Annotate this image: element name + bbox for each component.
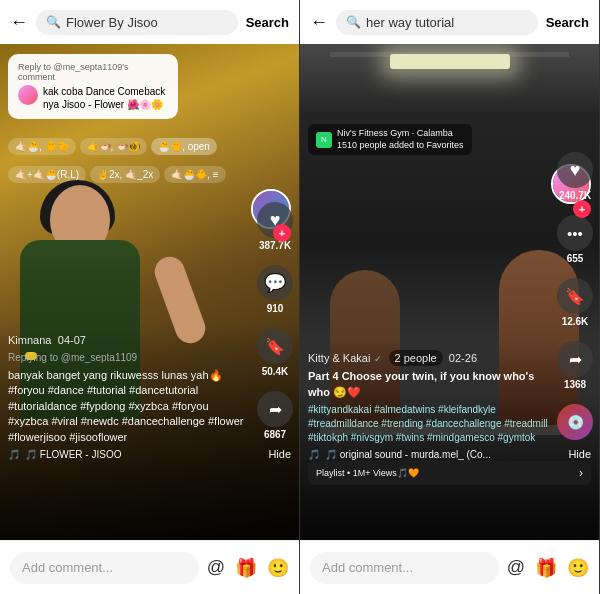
right-username: Kitty & Kakai ✓ 2 people 02-26 bbox=[308, 350, 549, 365]
right-comment-input[interactable]: Add comment... bbox=[310, 552, 499, 584]
right-hashtags: #kittyandkakai #almedatwins #kleifandkyl… bbox=[308, 403, 549, 445]
left-music-note: 🎵 bbox=[8, 449, 20, 460]
right-search-query: her way tutorial bbox=[366, 15, 454, 30]
right-bookmark-count: 12.6K bbox=[562, 316, 589, 327]
commenter-avatar bbox=[18, 85, 38, 105]
right-follow-button[interactable]: + bbox=[573, 200, 591, 218]
right-search-button[interactable]: Search bbox=[546, 15, 589, 30]
right-back-button[interactable]: ← bbox=[310, 12, 328, 33]
left-bottom-icons: @ 🎁 🙂 bbox=[207, 557, 289, 579]
playlist-bar[interactable]: Playlist • 1M+ Views🎵🧡 › bbox=[308, 461, 591, 485]
location-banner[interactable]: N Niv's Fitness Gym · Calamba 1510 peopl… bbox=[308, 124, 472, 155]
left-search-query: Flower By Jisoo bbox=[66, 15, 158, 30]
right-share-count: 1368 bbox=[564, 379, 586, 390]
left-reply-line: Replying to @me_septa1109 bbox=[8, 351, 249, 365]
filter-row-1: 🤙🏻🐣, 🐥🐤 🤙🐡, 🐡🐠 🐣🐥, open bbox=[0, 134, 299, 159]
right-title: Part 4 Choose your twin, if you know who… bbox=[308, 369, 549, 400]
left-description: banyak banget yang rikuwesss lunas yah🔥 … bbox=[8, 368, 249, 445]
left-share-icon: ➦ bbox=[257, 391, 293, 427]
left-music-text: 🎵 FLOWER - JISOO bbox=[25, 449, 121, 460]
filter-chip-1[interactable]: 🤙🏻🐣, 🐥🐤 bbox=[8, 138, 76, 155]
right-bookmark-button[interactable]: 🔖 12.6K bbox=[557, 278, 593, 327]
right-hide-button[interactable]: Hide bbox=[568, 448, 591, 460]
reply-to-text: Reply to @me_septa1109's comment bbox=[18, 62, 168, 82]
left-gift-icon[interactable]: 🎁 bbox=[235, 557, 257, 579]
left-video-area[interactable]: Reply to @me_septa1109's comment kak cob… bbox=[0, 44, 299, 540]
left-hide-button[interactable]: Hide bbox=[268, 448, 291, 460]
left-share-button[interactable]: ➦ 6867 bbox=[257, 391, 293, 440]
left-bookmark-count: 50.4K bbox=[262, 366, 289, 377]
right-bookmark-icon: 🔖 bbox=[557, 278, 593, 314]
right-search-box[interactable]: 🔍 her way tutorial bbox=[336, 10, 538, 35]
location-sub: 1510 people added to Favorites bbox=[337, 140, 464, 152]
right-at-icon[interactable]: @ bbox=[507, 557, 525, 578]
right-video-info: Kitty & Kakai ✓ 2 people 02-26 Part 4 Ch… bbox=[308, 350, 549, 460]
right-add-comment-placeholder: Add comment... bbox=[322, 560, 413, 575]
left-comment-button[interactable]: 💬 910 bbox=[257, 265, 293, 314]
comment-bubble: Reply to @me_septa1109's comment kak cob… bbox=[8, 54, 178, 119]
right-music-note: 🎵 bbox=[308, 449, 320, 460]
left-bookmark-icon: 🔖 bbox=[257, 328, 293, 364]
right-search-icon: 🔍 bbox=[346, 15, 361, 29]
left-search-box[interactable]: 🔍 Flower By Jisoo bbox=[36, 10, 238, 35]
right-like-button[interactable]: ♥ 240.7K bbox=[557, 152, 593, 201]
right-action-buttons: ♥ 240.7K ••• 655 🔖 12.6K ➦ 1368 💿 bbox=[557, 152, 593, 440]
right-comment-icon: ••• bbox=[557, 215, 593, 251]
left-top-bar: ← 🔍 Flower By Jisoo Search bbox=[0, 0, 299, 44]
right-share-button[interactable]: ➦ 1368 bbox=[557, 341, 593, 390]
commenter-row: kak coba Dance Comeback nya Jisoo - Flow… bbox=[18, 85, 168, 111]
right-comment-button[interactable]: ••• 655 bbox=[557, 215, 593, 264]
right-bottom-icons: @ 🎁 🙂 bbox=[507, 557, 589, 579]
left-music-row: 🎵 🎵 FLOWER - JISOO bbox=[8, 449, 249, 460]
comment-text: kak coba Dance Comeback nya Jisoo - Flow… bbox=[43, 85, 168, 111]
location-icon: N bbox=[316, 132, 332, 148]
location-text: Niv's Fitness Gym · Calamba 1510 people … bbox=[337, 128, 464, 151]
left-at-icon[interactable]: @ bbox=[207, 557, 225, 578]
filter-chip-5[interactable]: ✌️2x, 🤙🏻_2x bbox=[90, 166, 160, 183]
right-top-bar: ← 🔍 her way tutorial Search bbox=[300, 0, 599, 44]
left-panel: ← 🔍 Flower By Jisoo Search Reply to @me_… bbox=[0, 0, 300, 594]
left-add-comment-placeholder: Add comment... bbox=[22, 560, 113, 575]
right-gift-icon[interactable]: 🎁 bbox=[535, 557, 557, 579]
left-comment-input[interactable]: Add comment... bbox=[10, 552, 199, 584]
right-like-count: 240.7K bbox=[559, 190, 591, 201]
right-vinyl-button[interactable]: 💿 bbox=[557, 404, 593, 440]
filter-chip-6[interactable]: 🤙🏻🐣🐥, ≡ bbox=[164, 166, 225, 183]
left-back-button[interactable]: ← bbox=[10, 12, 28, 33]
left-bottom-bar: Add comment... @ 🎁 🙂 bbox=[0, 540, 299, 594]
left-comment-count: 910 bbox=[267, 303, 284, 314]
left-search-icon: 🔍 bbox=[46, 15, 61, 29]
filter-row-2: 🤙🏻+🤙🏻🐣(R,L) ✌️2x, 🤙🏻_2x 🤙🏻🐣🐥, ≡ bbox=[0, 162, 299, 187]
left-search-button[interactable]: Search bbox=[246, 15, 289, 30]
left-comment-icon: 💬 bbox=[257, 265, 293, 301]
playlist-text: Playlist • 1M+ Views🎵🧡 bbox=[316, 468, 419, 478]
left-follow-button[interactable]: + bbox=[273, 224, 291, 242]
left-emoji-icon[interactable]: 🙂 bbox=[267, 557, 289, 579]
playlist-chevron-icon: › bbox=[579, 466, 583, 480]
right-comment-count: 655 bbox=[567, 253, 584, 264]
people-badge: 2 people bbox=[389, 350, 443, 366]
right-heart-icon: ♥ bbox=[557, 152, 593, 188]
right-music-row: 🎵 🎵 original sound - murda.mel_ (Co... bbox=[308, 449, 549, 460]
left-video-info: Kimnana 04-07 Replying to @me_septa1109 … bbox=[8, 332, 249, 460]
ceiling-light bbox=[390, 54, 510, 69]
right-share-icon: ➦ bbox=[557, 341, 593, 377]
location-name: Niv's Fitness Gym · Calamba bbox=[337, 128, 464, 140]
left-username: Kimnana 04-07 bbox=[8, 332, 249, 347]
right-bottom-bar: Add comment... @ 🎁 🙂 bbox=[300, 540, 599, 594]
right-emoji-icon[interactable]: 🙂 bbox=[567, 557, 589, 579]
right-vinyl-icon: 💿 bbox=[557, 404, 593, 440]
filter-chip-2[interactable]: 🤙🐡, 🐡🐠 bbox=[80, 138, 148, 155]
right-music-text: 🎵 original sound - murda.mel_ (Co... bbox=[325, 449, 491, 460]
left-share-count: 6867 bbox=[264, 429, 286, 440]
right-panel: ← 🔍 her way tutorial Search N Niv's Fitn… bbox=[300, 0, 600, 594]
right-video-area[interactable]: N Niv's Fitness Gym · Calamba 1510 peopl… bbox=[300, 44, 599, 540]
left-bookmark-button[interactable]: 🔖 50.4K bbox=[257, 328, 293, 377]
filter-chip-3[interactable]: 🐣🐥, open bbox=[151, 138, 217, 155]
left-like-count: 387.7K bbox=[259, 240, 291, 251]
